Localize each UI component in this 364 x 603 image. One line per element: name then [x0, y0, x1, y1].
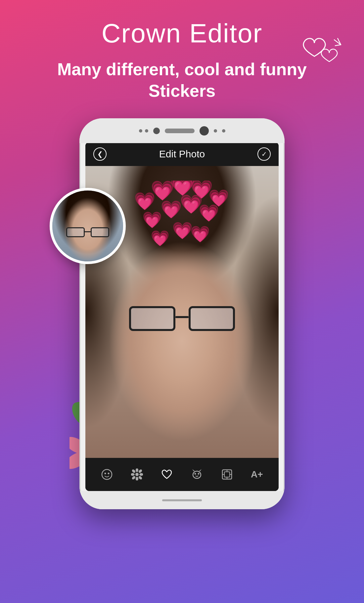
face-tool[interactable]	[101, 468, 113, 480]
page-container: Crown Editor Many different, cool and fu…	[0, 0, 364, 603]
sensor-dot-1	[139, 129, 142, 133]
svg-point-41	[131, 473, 135, 476]
svg-text:💗: 💗	[199, 203, 219, 223]
cat-tool-icon	[191, 468, 203, 480]
svg-text:💗: 💗	[172, 221, 193, 241]
frame-tool-icon	[221, 468, 233, 480]
svg-point-39	[136, 468, 138, 472]
glasses	[129, 306, 235, 333]
phone-mockup: ❮ Edit Photo ✓	[79, 118, 285, 509]
heart-tool[interactable]	[161, 468, 173, 480]
phone-top-bar	[79, 118, 285, 143]
svg-text:💗: 💗	[151, 229, 170, 247]
front-camera-2	[200, 126, 209, 136]
sensor-dot-3	[214, 129, 217, 133]
svg-point-36	[105, 473, 106, 474]
app-header-bar: ❮ Edit Photo ✓	[85, 142, 279, 166]
glasses-bridge	[175, 316, 189, 318]
speaker-bar	[165, 129, 195, 133]
svg-point-38	[135, 473, 139, 476]
svg-point-37	[108, 473, 110, 474]
phone-chin	[79, 491, 285, 509]
sensor-dot-4	[222, 129, 225, 133]
text-tool-label: A+	[251, 469, 263, 480]
svg-text:💗: 💗	[160, 199, 182, 220]
glasses-right-lens	[189, 306, 235, 331]
sticker-tool[interactable]	[131, 468, 143, 480]
svg-point-42	[139, 473, 143, 476]
sensor-dot-2	[145, 129, 148, 133]
svg-rect-47	[193, 471, 201, 478]
screen-title: Edit Photo	[159, 148, 205, 160]
app-title: Crown Editor	[102, 18, 262, 49]
confirm-icon: ✓	[261, 150, 267, 158]
back-button[interactable]: ❮	[93, 147, 107, 161]
svg-point-35	[102, 469, 112, 479]
svg-text:💗: 💗	[142, 210, 162, 229]
svg-point-45	[131, 475, 136, 480]
sticker-tool-icon	[131, 468, 143, 480]
svg-point-44	[138, 469, 143, 473]
heart-decoration	[298, 33, 344, 73]
hearts-sticker-crown[interactable]: 💗 💗 💗 💗 💗 💗 💗 💗 💗	[124, 181, 240, 263]
svg-point-40	[136, 477, 138, 480]
svg-point-46	[138, 475, 143, 480]
svg-point-49	[198, 473, 199, 475]
hearts-svg: 💗 💗 💗 💗 💗 💗 💗 💗 💗	[124, 181, 240, 263]
confirm-button[interactable]: ✓	[257, 147, 271, 161]
svg-text:💗: 💗	[190, 225, 210, 244]
svg-point-43	[131, 469, 136, 473]
home-bar	[162, 499, 202, 501]
profile-glasses	[66, 227, 109, 238]
sensor-dots	[139, 129, 148, 133]
svg-rect-51	[224, 472, 230, 477]
phone-outer-shell: ❮ Edit Photo ✓	[79, 118, 285, 509]
profile-circle	[50, 188, 126, 264]
svg-point-48	[194, 473, 196, 475]
cat-tool[interactable]	[191, 468, 203, 480]
text-tool[interactable]: A+	[251, 469, 263, 480]
front-camera	[153, 128, 160, 134]
glasses-left-lens	[129, 306, 175, 331]
back-icon: ❮	[97, 150, 103, 158]
profile-face-bg	[52, 191, 123, 261]
bottom-toolbar: A+	[85, 458, 279, 491]
face-tool-icon	[101, 468, 113, 480]
heart-tool-icon	[161, 468, 173, 480]
frame-tool[interactable]	[221, 468, 233, 480]
